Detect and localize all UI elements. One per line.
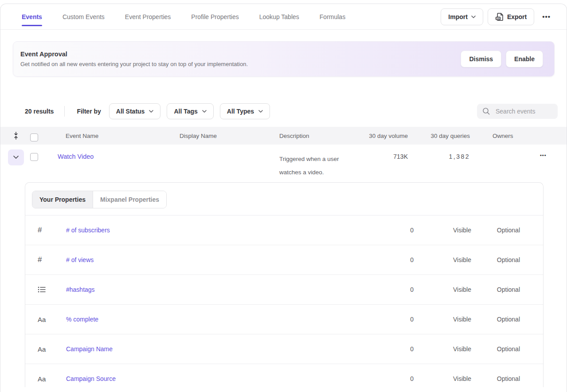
property-requirement[interactable]: Optional (471, 227, 520, 234)
chevron-down-icon (471, 16, 476, 18)
banner-actions: Dismiss Enable (461, 51, 543, 67)
divider (64, 106, 65, 117)
more-options-icon[interactable]: ••• (539, 10, 554, 23)
property-row: # # of views 0 Visible Optional (25, 245, 543, 275)
dropdown-label: All Status (116, 108, 145, 115)
tab-formulas[interactable]: Formulas (320, 4, 345, 29)
collapse-all-icon[interactable] (8, 128, 24, 144)
property-count: 0 (369, 345, 414, 353)
property-count: 0 (369, 375, 414, 382)
column-header-owners: Owners (470, 133, 523, 139)
property-requirement[interactable]: Optional (471, 375, 520, 382)
tab-lookup-tables[interactable]: Lookup Tables (259, 4, 299, 29)
tab-profile-properties[interactable]: Profile Properties (191, 4, 239, 29)
csv-file-icon: csv (495, 12, 504, 21)
properties-tab-bar: Your Properties Mixpanel Properties (25, 183, 543, 216)
all-status-dropdown[interactable]: All Status (109, 103, 161, 119)
dropdown-label: All Types (227, 108, 254, 115)
events-table-header: Event Name Display Name Description 30 d… (0, 127, 567, 145)
text-type-icon: Aa (38, 316, 66, 323)
description-line: Triggered when a user (279, 153, 364, 166)
property-row: Aa % complete 0 Visible Optional (25, 305, 543, 334)
volume-cell: 713K (364, 145, 408, 160)
nav-tabs: Events Custom Events Event Properties Pr… (22, 4, 345, 29)
event-approval-banner: Event Approval Get notified on all new e… (13, 41, 555, 77)
tab-events[interactable]: Events (22, 4, 42, 29)
tab-label: Profile Properties (191, 13, 239, 20)
property-count: 0 (369, 316, 414, 323)
property-name-link[interactable]: #hashtags (66, 286, 369, 293)
number-type-icon: # (38, 226, 66, 235)
list-type-icon (38, 286, 66, 293)
property-visibility[interactable]: Visible (414, 345, 471, 353)
search-events-box[interactable] (477, 104, 558, 119)
all-tags-dropdown[interactable]: All Tags (167, 103, 213, 119)
enable-button[interactable]: Enable (506, 51, 543, 67)
tab-label: Formulas (320, 13, 345, 20)
row-checkbox[interactable] (30, 153, 38, 161)
tab-event-properties[interactable]: Event Properties (125, 4, 171, 29)
property-visibility[interactable]: Visible (414, 256, 471, 263)
svg-text:csv: csv (497, 17, 500, 20)
filter-row: 20 results Filter by All Status All Tags… (0, 103, 567, 119)
search-input[interactable] (496, 108, 553, 115)
event-name-link[interactable]: Watch Video (58, 145, 180, 160)
property-count: 0 (369, 256, 414, 263)
property-name-link[interactable]: Campaign Name (66, 345, 369, 353)
property-name-link[interactable]: # of views (66, 256, 369, 263)
column-header-display-name: Display Name (180, 133, 279, 139)
property-visibility[interactable]: Visible (414, 375, 471, 382)
import-button[interactable]: Import (441, 8, 483, 25)
event-row-watch-video: Watch Video Triggered when a user watche… (0, 145, 567, 176)
search-icon (482, 107, 490, 115)
property-name-link[interactable]: # of subscribers (66, 227, 369, 234)
tab-custom-events[interactable]: Custom Events (63, 4, 105, 29)
property-name-link[interactable]: % complete (66, 316, 369, 323)
property-row: Aa Campaign Source 0 Visible Optional (25, 364, 543, 392)
number-type-icon: # (38, 255, 66, 264)
lexicon-window: Events Custom Events Event Properties Pr… (0, 4, 567, 392)
column-header-event-name: Event Name (58, 133, 180, 139)
collapse-row-chevron-icon[interactable] (8, 149, 24, 165)
description-cell: Triggered when a user watches a video. (279, 145, 364, 179)
import-label: Import (448, 13, 468, 20)
property-visibility[interactable]: Visible (414, 286, 471, 293)
property-row: #hashtags 0 Visible Optional (25, 275, 543, 305)
export-button[interactable]: csv Export (488, 8, 534, 25)
text-type-icon: Aa (38, 345, 66, 353)
banner-title: Event Approval (20, 51, 248, 58)
property-name-link[interactable]: Campaign Source (66, 375, 369, 382)
property-requirement[interactable]: Optional (471, 286, 520, 293)
property-visibility[interactable]: Visible (414, 227, 471, 234)
active-tab-underline (22, 25, 42, 26)
event-properties-panel: Your Properties Mixpanel Properties # # … (25, 182, 544, 387)
column-header-30-day-volume: 30 day volume (364, 133, 408, 139)
properties-segmented-control: Your Properties Mixpanel Properties (32, 191, 167, 208)
top-nav-actions: Import csv Export ••• (441, 8, 554, 25)
tab-label: Events (22, 13, 42, 20)
property-visibility[interactable]: Visible (414, 316, 471, 323)
select-all-checkbox[interactable] (30, 133, 38, 141)
queries-cell: 1,382 (408, 145, 470, 160)
chevron-down-icon (202, 110, 207, 113)
tab-label: Event Properties (125, 13, 171, 20)
all-types-dropdown[interactable]: All Types (220, 103, 270, 119)
results-count: 20 results (25, 108, 54, 115)
tab-label: Lookup Tables (259, 13, 299, 20)
property-row: Aa Campaign Name 0 Visible Optional (25, 334, 543, 364)
column-header-description: Description (279, 133, 364, 139)
description-line: watches a video. (279, 166, 364, 179)
chevron-down-icon (258, 110, 263, 113)
export-label: Export (507, 13, 527, 20)
chevron-down-icon (149, 110, 153, 113)
filter-by-label: Filter by (77, 108, 101, 115)
tab-mixpanel-properties[interactable]: Mixpanel Properties (93, 191, 166, 208)
row-more-options-icon[interactable]: ••• (536, 150, 550, 161)
banner-text: Event Approval Get notified on all new e… (20, 51, 248, 67)
property-requirement[interactable]: Optional (471, 345, 520, 353)
property-requirement[interactable]: Optional (471, 316, 520, 323)
property-requirement[interactable]: Optional (471, 256, 520, 263)
dismiss-button[interactable]: Dismiss (461, 51, 501, 67)
banner-description: Get notified on all new events entering … (20, 61, 248, 67)
tab-your-properties[interactable]: Your Properties (32, 191, 93, 208)
